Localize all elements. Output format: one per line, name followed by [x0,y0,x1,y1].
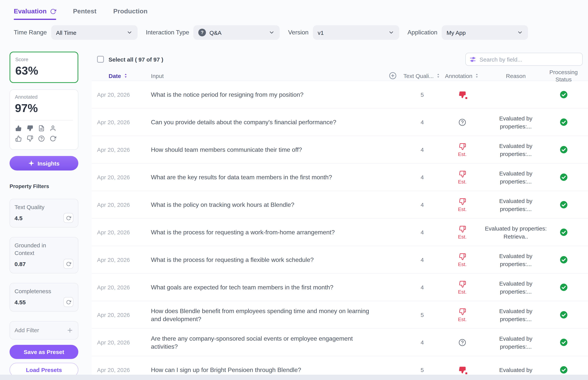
table-row[interactable]: Apr 20, 2026 How should team members com… [92,136,588,164]
plus-icon [67,327,73,334]
interaction-type-select[interactable]: Q&A [193,25,280,40]
row-date: Apr 20, 2026 [92,339,145,346]
property-filter-card: Text Quality 4.5 [10,199,78,228]
question-circle-icon[interactable] [459,339,466,346]
sort-icon [474,73,480,78]
estimated-label: Est. [458,234,467,239]
document-icon[interactable] [38,125,45,132]
filter-sliders-icon [470,56,476,62]
application-label: Application [408,29,437,36]
version-label: Version [288,29,308,36]
table-row[interactable]: Apr 20, 2026 What is the policy on track… [92,191,588,219]
sparkle-icon [28,160,34,166]
recalculate-button[interactable] [63,259,73,269]
person-icon[interactable] [50,125,56,132]
row-date: Apr 20, 2026 [92,367,145,373]
search-input[interactable] [480,56,578,62]
annotation-badge [464,371,468,375]
thumbs-up-outline-icon[interactable] [15,135,22,142]
annotation-cell [441,118,483,126]
application-select[interactable]: My App [442,25,528,40]
processing-status-cell [548,201,579,209]
processing-status-cell [548,366,579,374]
row-text-quality: 4 [403,201,441,208]
row-input: What is the policy on tracking work hour… [145,201,382,209]
save-as-preset-button[interactable]: Save as Preset [10,345,78,359]
row-text-quality: 4 [403,146,441,153]
table-row[interactable]: Apr 20, 2026 What is the process for req… [92,219,588,246]
tab-production[interactable]: Production [113,8,147,20]
check-circle-icon [560,311,568,319]
tab-evaluation[interactable]: Evaluation [14,8,56,20]
add-filter-button[interactable]: Add Filter [10,321,78,340]
recalculate-button[interactable] [63,213,73,223]
processing-status-cell [548,91,579,99]
question-circle-icon[interactable] [459,118,466,126]
thumbs-down-estimated-icon[interactable]: Est. [458,280,467,294]
column-header-processing-status: Processing Status [548,68,579,83]
select-all[interactable]: Select all ( 97 of 97 ) [97,56,163,63]
row-text-quality: 4 [403,284,441,290]
table-row[interactable]: Apr 20, 2026 What is the notice period f… [92,81,588,109]
version-select[interactable]: v1 [313,25,399,40]
row-input: What is the process for requesting a fle… [145,256,382,264]
row-input: How does Blendle benefit from employees … [145,307,382,323]
table-body: Apr 20, 2026 What is the notice period f… [92,81,588,375]
question-circle-icon[interactable] [38,135,45,142]
table-row[interactable]: Apr 20, 2026 How does Blendle benefit fr… [92,301,588,329]
column-header-annotation[interactable]: Annotation [441,73,483,79]
check-circle-icon [560,118,568,126]
column-header-date[interactable]: Date [92,73,145,79]
thumbs-down-estimated-icon[interactable]: Est. [458,170,467,184]
thumbs-down-estimated-icon[interactable]: Est. [458,143,467,156]
recalculate-icon [66,300,71,304]
column-header-input: Input [145,73,382,79]
property-filter-label: Grounded in Context [15,242,57,257]
processing-status-cell [548,311,579,319]
table-row[interactable]: Apr 20, 2026 Can you provide details abo… [92,109,588,136]
annotation-cell: Est. [441,280,483,294]
thumbs-down-annotated-icon[interactable] [459,366,466,374]
select-all-checkbox[interactable] [97,56,104,63]
column-header-text-quality[interactable]: Text Quali... [403,73,441,79]
estimated-label: Est. [458,152,467,156]
divider [15,120,73,120]
table-row[interactable]: Apr 20, 2026 What is the process for req… [92,246,588,274]
time-range-label: Time Range [14,29,47,36]
thumbs-down-outline-icon[interactable] [27,135,33,142]
thumbs-down-estimated-icon[interactable]: Est. [458,225,467,239]
row-input: Are there any company-sponsored social e… [145,334,382,350]
thumbs-down-annotated-icon[interactable] [459,91,466,98]
table-row[interactable]: Apr 20, 2026 What are the key results fo… [92,164,588,191]
check-circle-icon [560,338,568,346]
plus-circle-icon[interactable] [389,72,396,79]
table-row[interactable]: Apr 20, 2026 Are there any company-spons… [92,329,588,356]
time-range-select[interactable]: All Time [51,25,137,40]
recalculate-button[interactable] [63,297,73,307]
thumbs-up-icon[interactable] [15,125,22,132]
insights-button[interactable]: Insights [10,156,78,171]
property-filter-card: Grounded in Context 0.87 [10,237,78,273]
tab-label: Evaluation [14,8,47,15]
thumbs-down-estimated-icon[interactable]: Est. [458,253,467,267]
add-column-button[interactable] [382,72,403,79]
score-label: Score [15,57,72,62]
row-reason: Evaluated by properties:... [483,307,548,323]
row-date: Apr 20, 2026 [92,146,145,153]
thumbs-down-estimated-icon[interactable]: Est. [458,198,467,212]
tab-pentest[interactable]: Pentest [73,8,96,20]
table-row[interactable]: Apr 20, 2026 What goals are expected for… [92,274,588,301]
app-root: Evaluation Pentest Production Time Range… [0,0,588,380]
thumbs-down-icon[interactable] [27,125,33,132]
processing-status-cell [548,338,579,346]
annotated-value: 97% [15,101,73,115]
annotation-type-icons [15,125,73,142]
refresh-icon[interactable] [50,135,56,142]
row-text-quality: 4 [403,257,441,263]
refresh-icon[interactable] [50,8,56,15]
table-row[interactable]: Apr 20, 2026 How can I sign up for Brigh… [92,356,588,375]
row-date: Apr 20, 2026 [92,119,145,125]
thumbs-down-estimated-icon[interactable]: Est. [458,308,467,322]
row-date: Apr 20, 2026 [92,312,145,318]
question-badge-icon [198,29,206,36]
